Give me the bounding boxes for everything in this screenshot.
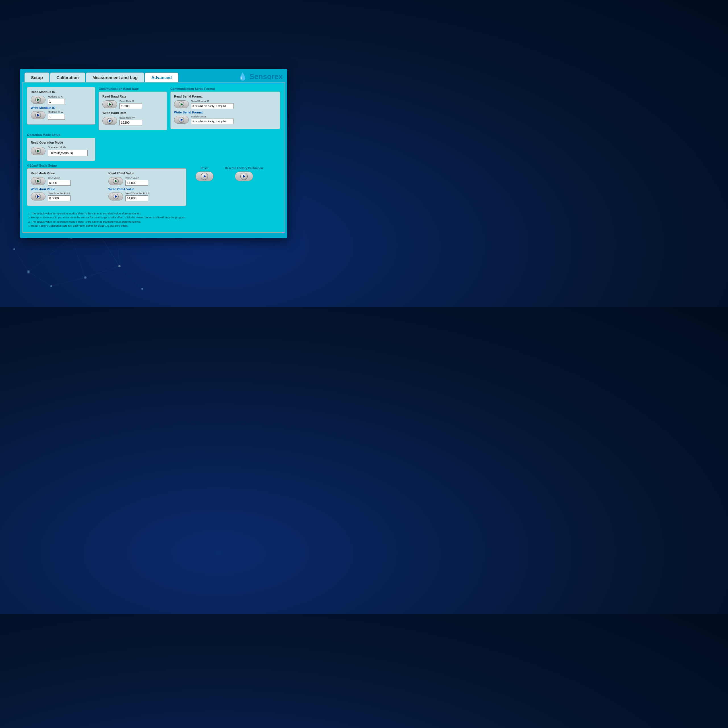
op-panel: Read Operation Mode Operation Mode (27, 138, 95, 161)
op-section-label: Operation Mode Setup (27, 133, 280, 136)
note-1: 1. The default value for operation mode … (28, 211, 279, 216)
modbus-read-field: Modbus ID R (48, 95, 65, 104)
serial-write-input[interactable] (191, 119, 234, 124)
reset-item: Reset (195, 167, 214, 181)
op-input[interactable] (48, 150, 87, 156)
ma-20-write-icon (113, 194, 119, 199)
op-read-icon (35, 148, 41, 154)
modbus-write-input[interactable] (48, 114, 65, 120)
reset-label: Reset (200, 167, 208, 170)
ma-4-write-input[interactable] (48, 195, 70, 201)
serial-write-field: Serial Format (191, 115, 234, 124)
baud-read-input[interactable] (119, 103, 142, 109)
baud-write-title: Write Baud Rate (102, 111, 163, 115)
logo-drop-icon: 💧 (238, 72, 247, 81)
svg-line-5 (51, 278, 85, 286)
serial-read-icon (179, 101, 184, 107)
serial-write-label: Serial Format (191, 115, 234, 118)
logo-area: 💧 Sensorex (238, 72, 283, 82)
factory-reset-label: Reset to Factory Calibration (225, 167, 263, 170)
play-icon-4ma (37, 180, 40, 183)
notes: 1. The default value for operation mode … (27, 211, 280, 228)
right-panels: Reset Reset to Factory Calibration (190, 164, 280, 181)
ma-4-write-button[interactable] (31, 193, 46, 200)
serial-read-input[interactable] (191, 103, 234, 109)
ma-20-write-button[interactable] (109, 193, 123, 200)
op-panel-title: Read Operation Mode (31, 141, 92, 144)
factory-reset-button[interactable] (235, 171, 253, 181)
serial-write-row: Serial Format (174, 115, 277, 124)
modbus-read-button[interactable] (31, 96, 46, 104)
serial-section: Communication Serial Format Read Serial … (170, 87, 280, 130)
reset-button[interactable] (195, 171, 214, 181)
baud-write-button[interactable] (102, 117, 117, 125)
play-icon-serial (180, 103, 183, 106)
operation-mode-section: Operation Mode Setup Read Operation Mode… (27, 133, 280, 161)
modbus-read-input[interactable] (48, 99, 65, 104)
svg-line-7 (85, 266, 119, 278)
ma-20-read-button[interactable] (109, 177, 123, 185)
ma-20-read-row: 20mA Value (109, 177, 183, 186)
modbus-write-field: Modbus ID W (48, 111, 65, 120)
ma-4-read-button[interactable] (31, 177, 46, 185)
svg-point-25 (141, 288, 143, 290)
write-play-icon-factory (243, 175, 245, 178)
write-play-icon-reset (203, 175, 206, 178)
baud-write-input[interactable] (119, 120, 142, 125)
ma-4-write-field: New 4mA Set Point (48, 192, 70, 201)
svg-point-26 (27, 270, 30, 274)
play-icon (37, 98, 40, 101)
tab-setup[interactable]: Setup (24, 72, 49, 82)
play-icon-20ma (115, 180, 117, 183)
ma-20-write-field: New 20mA Set Point (125, 192, 149, 201)
ma-4-read-label: 4mA Value (48, 177, 70, 179)
ma-20-read-input[interactable] (125, 180, 148, 186)
ma-20-write-input[interactable] (125, 195, 148, 201)
svg-point-23 (13, 248, 15, 250)
serial-write-button[interactable] (174, 116, 189, 124)
tab-measurement-log[interactable]: Measurement and Log (86, 72, 144, 82)
svg-point-20 (50, 285, 52, 287)
ma-20-write-link[interactable]: Write 20mA Value (109, 187, 183, 191)
ma-20-write-label: New 20mA Set Point (125, 192, 149, 195)
ma-4-write-link[interactable]: Write 4mA Value (31, 187, 105, 191)
tab-advanced[interactable]: Advanced (145, 72, 178, 82)
serial-panel: Read Serial Format Serial Format R Write (170, 92, 280, 129)
modbus-panel: Read Modbus ID Modbus ID R Write Modbus (27, 87, 95, 125)
ma-panel-inner: Read 4mA Value 4mA Value (31, 171, 183, 203)
serial-section-label: Communication Serial Format (170, 87, 280, 90)
svg-line-0 (28, 238, 71, 272)
ma-4-write-row: New 4mA Set Point (31, 192, 105, 201)
ma-4-read-input[interactable] (48, 180, 70, 186)
ma-4-write-label: New 4mA Set Point (48, 192, 70, 195)
baud-read-icon (107, 101, 113, 107)
modbus-write-link[interactable]: Write Modbus ID (31, 106, 92, 110)
modbus-panel-title: Read Modbus ID (31, 90, 92, 93)
baud-read-button[interactable] (102, 100, 117, 109)
svg-point-29 (118, 265, 121, 267)
svg-point-21 (84, 277, 86, 278)
serial-write-link[interactable]: Write Serial Format (174, 111, 277, 114)
top-row: Read Modbus ID Modbus ID R Write Modbus (27, 87, 280, 130)
app-window: Setup Calibration Measurement and Log Ad… (20, 69, 287, 238)
modbus-write-icon (35, 112, 41, 118)
ma-20-write-spinner (125, 195, 149, 201)
ma-4-read-row: 4mA Value (31, 177, 105, 186)
write-play-icon-baud (109, 119, 111, 122)
op-read-button[interactable] (31, 147, 46, 155)
tab-bar: Setup Calibration Measurement and Log Ad… (20, 69, 287, 82)
modbus-write-button[interactable] (31, 111, 46, 119)
ma-4-read-icon (35, 178, 41, 184)
note-4: 4. Reset Factory Calibration sets two ca… (28, 224, 279, 228)
note-2: 2. Except 4-20mA scale, you must reset t… (28, 216, 279, 220)
modbus-section: Read Modbus ID Modbus ID R Write Modbus (27, 87, 95, 130)
ma-4-read-field: 4mA Value (48, 177, 70, 186)
serial-read-button[interactable] (174, 100, 189, 109)
serial-read-field: Serial Format R (191, 100, 234, 109)
note-3: 3. The default value for operation mode … (28, 220, 279, 224)
ma-4-write-spinner (48, 195, 70, 201)
play-icon-op (37, 150, 40, 153)
ma-20-read-field: 20mA Value (125, 177, 148, 186)
tab-calibration[interactable]: Calibration (50, 72, 85, 82)
modbus-write-spinner (48, 114, 65, 120)
